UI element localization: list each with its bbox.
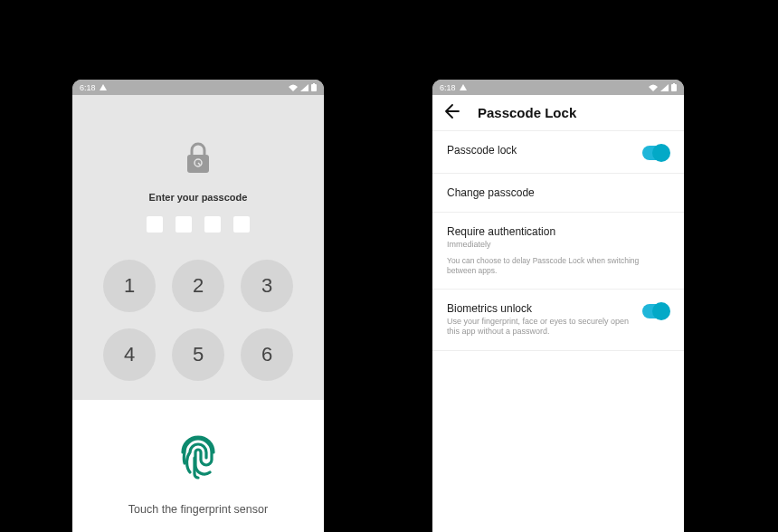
row-biometrics-unlock[interactable]: Biometrics unlock Use your fingerprint, … (432, 290, 684, 351)
status-bar: 6:18 (432, 80, 684, 95)
phone-passcode-settings: 6:18 Passcode Lock Passcode lock Change … (432, 80, 684, 532)
svg-rect-4 (671, 84, 677, 91)
warning-icon (460, 84, 467, 90)
back-arrow-icon[interactable] (445, 104, 460, 122)
toggle-biometrics[interactable] (642, 304, 669, 318)
status-time: 6:18 (440, 83, 456, 92)
lock-screen: Enter your passcode 1 2 3 4 5 6 (72, 95, 324, 400)
fingerprint-panel[interactable]: Touch the fingerprint sensor (72, 400, 324, 532)
phone-passcode-entry: 6:18 Enter your passcode 1 2 (72, 80, 324, 532)
setting-label: Passcode lock (447, 144, 633, 157)
passcode-input[interactable] (147, 216, 250, 233)
passcode-digit (176, 216, 192, 233)
warning-icon (100, 84, 107, 90)
key-2[interactable]: 2 (172, 260, 224, 312)
setting-description: You can choose to delay Passcode Lock wh… (447, 256, 669, 276)
passcode-digit (204, 216, 221, 233)
setting-label: Biometrics unlock (447, 302, 633, 315)
fingerprint-prompt: Touch the fingerprint sensor (128, 503, 268, 516)
key-6[interactable]: 6 (241, 328, 293, 381)
page-title: Passcode Lock (478, 105, 576, 120)
passcode-prompt: Enter your passcode (149, 192, 248, 203)
key-1[interactable]: 1 (103, 260, 156, 312)
row-require-authentication[interactable]: Require authentication Immediately You c… (432, 213, 684, 290)
status-bar: 6:18 (72, 80, 324, 95)
svg-rect-5 (673, 83, 675, 84)
numeric-keypad: 1 2 3 4 5 6 (103, 260, 293, 381)
passcode-digit (233, 216, 250, 233)
key-3[interactable]: 3 (241, 260, 293, 312)
toggle-passcode-lock[interactable] (642, 146, 669, 160)
setting-label: Require authentication (447, 225, 669, 238)
row-change-passcode[interactable]: Change passcode (432, 174, 684, 213)
status-time: 6:18 (80, 83, 96, 92)
key-4[interactable]: 4 (103, 328, 156, 381)
fingerprint-icon (176, 432, 221, 487)
svg-rect-0 (311, 84, 317, 91)
row-passcode-lock[interactable]: Passcode lock (432, 131, 684, 174)
status-icons (289, 83, 317, 91)
passcode-digit (147, 216, 163, 233)
key-5[interactable]: 5 (172, 328, 224, 381)
setting-value: Immediately (447, 240, 669, 251)
app-bar: Passcode Lock (432, 95, 684, 131)
setting-label: Change passcode (447, 186, 669, 199)
lock-icon (185, 142, 212, 178)
status-icons (649, 83, 677, 91)
svg-rect-1 (313, 83, 315, 84)
setting-description: Use your fingerprint, face or eyes to se… (447, 317, 633, 337)
